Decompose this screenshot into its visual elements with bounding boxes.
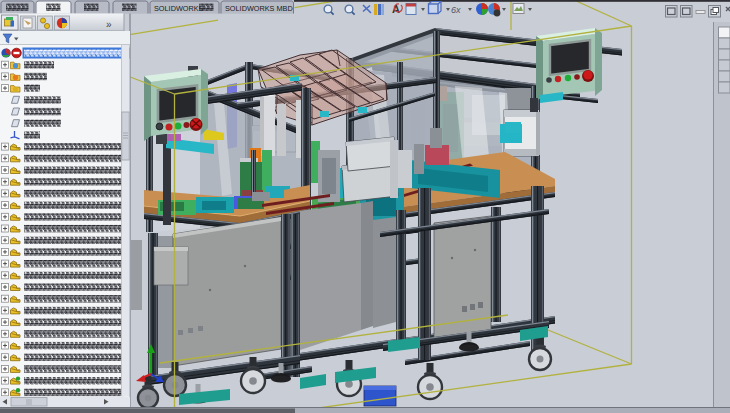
svg-text:6x: 6x bbox=[451, 5, 461, 15]
svg-text:SOLIDWORKS MBD: SOLIDWORKS MBD bbox=[225, 4, 293, 13]
svg-text:»: » bbox=[106, 19, 112, 30]
svg-text:SOLIDWORKS: SOLIDWORKS bbox=[154, 4, 204, 13]
